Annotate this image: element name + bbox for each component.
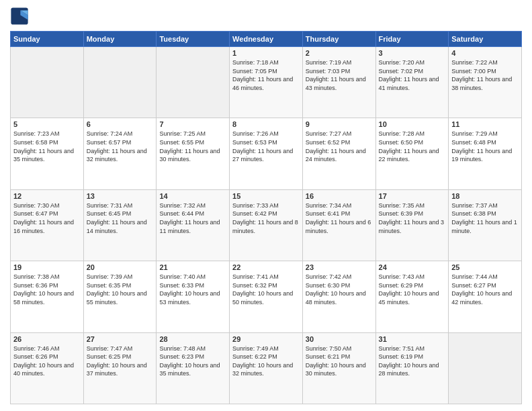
header-cell-saturday: Saturday	[449, 32, 522, 47]
cell-content: Sunrise: 7:51 AMSunset: 6:19 PMDaylight:…	[379, 345, 439, 377]
day-number: 17	[379, 192, 446, 200]
calendar-body: 1Sunrise: 7:18 AMSunset: 7:05 PMDaylight…	[11, 47, 522, 404]
day-number: 14	[159, 192, 226, 200]
calendar-table: SundayMondayTuesdayWednesdayThursdayFrid…	[10, 31, 522, 404]
day-cell: 20Sunrise: 7:39 AMSunset: 6:35 PMDayligh…	[83, 261, 157, 332]
cell-content: Sunrise: 7:44 AMSunset: 6:27 PMDaylight:…	[451, 273, 512, 306]
day-number: 28	[159, 335, 226, 343]
cell-content: Sunrise: 7:43 AMSunset: 6:29 PMDaylight:…	[379, 273, 439, 306]
day-number: 11	[451, 120, 519, 128]
day-number: 16	[306, 192, 373, 200]
day-cell: 30Sunrise: 7:50 AMSunset: 6:21 PMDayligh…	[302, 332, 375, 404]
day-cell: 4Sunrise: 7:22 AMSunset: 7:00 PMDaylight…	[449, 47, 522, 118]
day-number: 5	[13, 120, 81, 128]
day-number: 9	[306, 120, 373, 128]
cell-content: Sunrise: 7:35 AMSunset: 6:39 PMDaylight:…	[379, 202, 445, 234]
header-cell-tuesday: Tuesday	[157, 32, 230, 47]
cell-content: Sunrise: 7:46 AMSunset: 6:26 PMDaylight:…	[13, 345, 74, 377]
day-cell: 21Sunrise: 7:40 AMSunset: 6:33 PMDayligh…	[157, 261, 230, 332]
day-number: 15	[232, 192, 300, 200]
cell-content: Sunrise: 7:50 AMSunset: 6:21 PMDaylight:…	[306, 345, 366, 377]
day-number: 6	[87, 120, 154, 128]
header-cell-sunday: Sunday	[11, 32, 84, 47]
cell-content: Sunrise: 7:49 AMSunset: 6:22 PMDaylight:…	[232, 345, 293, 377]
week-row-1: 1Sunrise: 7:18 AMSunset: 7:05 PMDaylight…	[11, 47, 522, 118]
day-number: 25	[451, 263, 519, 271]
day-cell: 14Sunrise: 7:32 AMSunset: 6:44 PMDayligh…	[157, 189, 230, 261]
day-number: 29	[232, 335, 300, 343]
cell-content: Sunrise: 7:33 AMSunset: 6:42 PMDaylight:…	[232, 202, 298, 234]
cell-content: Sunrise: 7:41 AMSunset: 6:32 PMDaylight:…	[232, 273, 293, 306]
day-cell: 23Sunrise: 7:42 AMSunset: 6:30 PMDayligh…	[302, 261, 375, 332]
logo-icon	[10, 7, 29, 26]
day-number: 7	[159, 120, 226, 128]
day-cell: 2Sunrise: 7:19 AMSunset: 7:03 PMDaylight…	[302, 47, 375, 118]
logo	[10, 7, 32, 26]
day-cell: 17Sunrise: 7:35 AMSunset: 6:39 PMDayligh…	[375, 189, 449, 261]
day-cell: 11Sunrise: 7:29 AMSunset: 6:48 PMDayligh…	[449, 118, 522, 189]
cell-content: Sunrise: 7:42 AMSunset: 6:30 PMDaylight:…	[306, 273, 366, 306]
header-cell-thursday: Thursday	[302, 32, 375, 47]
day-number: 19	[13, 263, 81, 271]
cell-content: Sunrise: 7:19 AMSunset: 7:03 PMDaylight:…	[306, 59, 366, 91]
day-number: 18	[451, 192, 519, 200]
day-number: 10	[379, 120, 446, 128]
day-number: 13	[87, 192, 154, 200]
day-cell: 24Sunrise: 7:43 AMSunset: 6:29 PMDayligh…	[375, 261, 449, 332]
day-cell: 27Sunrise: 7:47 AMSunset: 6:25 PMDayligh…	[83, 332, 157, 404]
day-number: 22	[232, 263, 300, 271]
day-cell: 1Sunrise: 7:18 AMSunset: 7:05 PMDaylight…	[230, 47, 303, 118]
cell-content: Sunrise: 7:40 AMSunset: 6:33 PMDaylight:…	[159, 273, 220, 306]
day-number: 27	[87, 335, 154, 343]
day-number: 21	[159, 263, 226, 271]
cell-content: Sunrise: 7:26 AMSunset: 6:53 PMDaylight:…	[232, 130, 293, 163]
day-cell: 26Sunrise: 7:46 AMSunset: 6:26 PMDayligh…	[11, 332, 84, 404]
cell-content: Sunrise: 7:37 AMSunset: 6:38 PMDaylight:…	[451, 202, 517, 234]
header-cell-friday: Friday	[375, 32, 449, 47]
cell-content: Sunrise: 7:29 AMSunset: 6:48 PMDaylight:…	[451, 130, 512, 163]
cell-content: Sunrise: 7:18 AMSunset: 7:05 PMDaylight:…	[232, 59, 293, 91]
day-cell	[83, 47, 157, 118]
cell-content: Sunrise: 7:48 AMSunset: 6:23 PMDaylight:…	[159, 345, 220, 377]
day-number: 4	[451, 49, 519, 57]
cell-content: Sunrise: 7:25 AMSunset: 6:55 PMDaylight:…	[159, 130, 220, 163]
week-row-5: 26Sunrise: 7:46 AMSunset: 6:26 PMDayligh…	[11, 332, 522, 404]
day-number: 30	[306, 335, 373, 343]
cell-content: Sunrise: 7:24 AMSunset: 6:57 PMDaylight:…	[87, 130, 147, 163]
day-cell: 19Sunrise: 7:38 AMSunset: 6:36 PMDayligh…	[11, 261, 84, 332]
cell-content: Sunrise: 7:39 AMSunset: 6:35 PMDaylight:…	[87, 273, 147, 306]
day-number: 20	[87, 263, 154, 271]
cell-content: Sunrise: 7:20 AMSunset: 7:02 PMDaylight:…	[379, 59, 439, 91]
day-cell: 5Sunrise: 7:23 AMSunset: 6:58 PMDaylight…	[11, 118, 84, 189]
day-cell: 12Sunrise: 7:30 AMSunset: 6:47 PMDayligh…	[11, 189, 84, 261]
day-number: 2	[306, 49, 373, 57]
header-row: SundayMondayTuesdayWednesdayThursdayFrid…	[11, 32, 522, 47]
cell-content: Sunrise: 7:34 AMSunset: 6:41 PMDaylight:…	[306, 202, 371, 234]
day-cell: 13Sunrise: 7:31 AMSunset: 6:45 PMDayligh…	[83, 189, 157, 261]
day-number: 31	[379, 335, 446, 343]
cell-content: Sunrise: 7:30 AMSunset: 6:47 PMDaylight:…	[13, 202, 74, 234]
cell-content: Sunrise: 7:27 AMSunset: 6:52 PMDaylight:…	[306, 130, 366, 163]
day-cell	[449, 332, 522, 404]
day-cell: 29Sunrise: 7:49 AMSunset: 6:22 PMDayligh…	[230, 332, 303, 404]
day-cell: 3Sunrise: 7:20 AMSunset: 7:02 PMDaylight…	[375, 47, 449, 118]
header	[10, 7, 522, 26]
day-number: 1	[232, 49, 300, 57]
week-row-4: 19Sunrise: 7:38 AMSunset: 6:36 PMDayligh…	[11, 261, 522, 332]
day-number: 23	[306, 263, 373, 271]
header-cell-monday: Monday	[83, 32, 157, 47]
day-cell: 9Sunrise: 7:27 AMSunset: 6:52 PMDaylight…	[302, 118, 375, 189]
day-cell: 7Sunrise: 7:25 AMSunset: 6:55 PMDaylight…	[157, 118, 230, 189]
day-number: 8	[232, 120, 300, 128]
day-cell: 22Sunrise: 7:41 AMSunset: 6:32 PMDayligh…	[230, 261, 303, 332]
calendar-header: SundayMondayTuesdayWednesdayThursdayFrid…	[11, 32, 522, 47]
week-row-3: 12Sunrise: 7:30 AMSunset: 6:47 PMDayligh…	[11, 189, 522, 261]
calendar-container: SundayMondayTuesdayWednesdayThursdayFrid…	[0, 0, 532, 411]
week-row-2: 5Sunrise: 7:23 AMSunset: 6:58 PMDaylight…	[11, 118, 522, 189]
cell-content: Sunrise: 7:23 AMSunset: 6:58 PMDaylight:…	[13, 130, 74, 163]
day-number: 26	[13, 335, 81, 343]
day-number: 24	[379, 263, 446, 271]
day-number: 12	[13, 192, 81, 200]
cell-content: Sunrise: 7:28 AMSunset: 6:50 PMDaylight:…	[379, 130, 439, 163]
cell-content: Sunrise: 7:47 AMSunset: 6:25 PMDaylight:…	[87, 345, 147, 377]
